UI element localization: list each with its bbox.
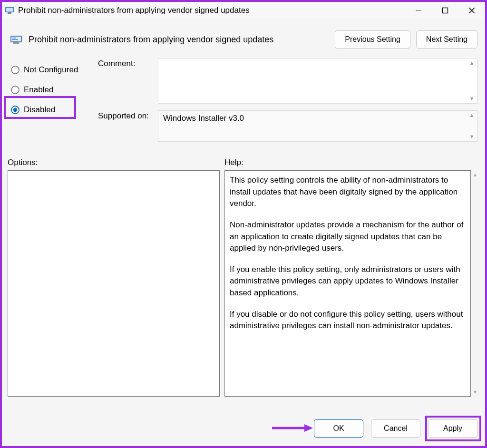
pane-labels-row: Options: Help:: [2, 148, 485, 170]
radio-not-configured[interactable]: Not Configured: [10, 60, 90, 80]
comment-scrollbar[interactable]: ▲ ▼: [467, 58, 477, 103]
scroll-up-icon: ▲: [473, 172, 478, 177]
help-label: Help:: [224, 158, 477, 167]
svg-point-12: [11, 66, 19, 74]
radio-unchecked-icon: [10, 85, 20, 95]
scroll-down-icon: ▼: [469, 134, 475, 139]
close-button[interactable]: [458, 2, 485, 19]
help-scrollbar[interactable]: ▲ ▼: [471, 170, 479, 397]
radio-unchecked-icon: [10, 65, 20, 75]
supported-on-value: Windows Installer v3.0: [158, 111, 467, 141]
radio-label: Disabled: [24, 105, 55, 115]
minimize-button[interactable]: [405, 2, 432, 19]
ok-button[interactable]: OK: [314, 419, 363, 438]
svg-rect-1: [6, 8, 13, 12]
svg-rect-11: [13, 42, 19, 44]
comment-value: [158, 58, 467, 103]
dialog-footer: OK Cancel Apply: [2, 411, 485, 446]
help-paragraph: If you disable or do not configure this …: [230, 309, 466, 332]
app-icon: [5, 6, 14, 15]
header-row: Prohibit non-administrators from applyin…: [2, 19, 485, 54]
svg-rect-4: [443, 8, 448, 13]
scroll-down-icon: ▼: [469, 96, 475, 101]
annotation-arrow-icon: [271, 423, 314, 433]
options-label: Options:: [8, 158, 224, 167]
cancel-button[interactable]: Cancel: [371, 419, 420, 438]
supported-on-label: Supported on:: [98, 110, 158, 121]
radio-label: Enabled: [24, 85, 53, 95]
options-pane: [8, 170, 220, 397]
help-pane-wrap: This policy setting controls the ability…: [224, 170, 479, 397]
svg-rect-10: [12, 39, 18, 40]
policy-editor-window: Prohibit non-administrators from applyin…: [0, 0, 487, 448]
help-paragraph: This policy setting controls the ability…: [230, 175, 466, 210]
state-radio-group: Not Configured Enabled Disabled: [10, 58, 90, 148]
scroll-down-icon: ▼: [473, 390, 478, 395]
config-area: Not Configured Enabled Disabled Comment:: [2, 54, 485, 148]
next-setting-button[interactable]: Next Setting: [416, 30, 477, 49]
scroll-up-icon: ▲: [469, 60, 475, 66]
svg-point-13: [11, 86, 19, 94]
radio-disabled[interactable]: Disabled: [10, 100, 90, 120]
scroll-up-icon: ▲: [469, 113, 475, 118]
help-paragraph: If you enable this policy setting, only …: [230, 264, 466, 299]
comment-textarea[interactable]: ▲ ▼: [158, 58, 477, 104]
help-pane: This policy setting controls the ability…: [224, 170, 471, 397]
panes-row: This policy setting controls the ability…: [2, 170, 485, 411]
svg-rect-9: [12, 38, 16, 39]
comment-label: Comment:: [98, 58, 158, 68]
window-title: Prohibit non-administrators from applyin…: [18, 6, 405, 15]
maximize-button[interactable]: [432, 2, 458, 19]
supported-on-box: Windows Installer v3.0 ▲ ▼: [158, 110, 477, 142]
previous-setting-button[interactable]: Previous Setting: [335, 30, 410, 49]
svg-rect-2: [8, 12, 11, 14]
policy-icon: [10, 33, 23, 46]
help-paragraph: Non-administrator updates provide a mech…: [230, 219, 466, 254]
policy-title: Prohibit non-administrators from applyin…: [29, 35, 329, 45]
svg-point-15: [13, 108, 17, 112]
apply-button[interactable]: Apply: [428, 419, 477, 438]
radio-enabled[interactable]: Enabled: [10, 80, 90, 100]
form-column: Comment: ▲ ▼ Supported on: Windows Insta…: [98, 58, 477, 148]
svg-marker-17: [304, 424, 313, 432]
supported-scrollbar[interactable]: ▲ ▼: [467, 111, 477, 141]
radio-label: Not Configured: [24, 65, 78, 75]
titlebar: Prohibit non-administrators from applyin…: [2, 2, 485, 19]
radio-checked-icon: [10, 105, 20, 115]
